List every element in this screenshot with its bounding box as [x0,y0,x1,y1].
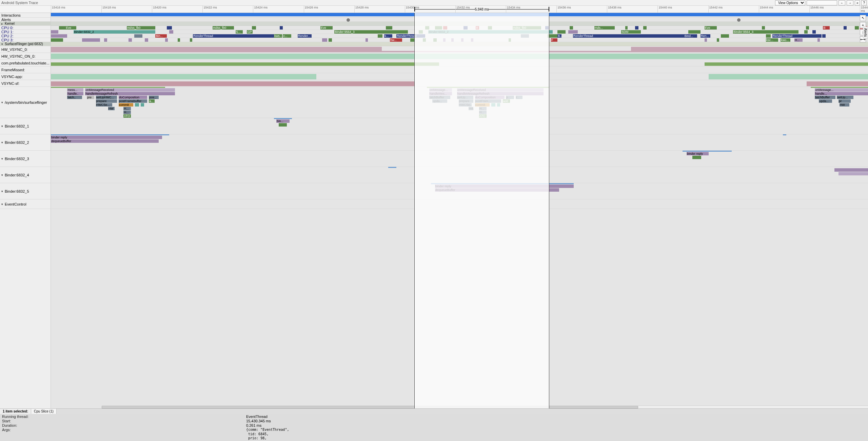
alerts-side-tab[interactable]: Alerts [863,26,868,39]
cpu-slice[interactable] [134,34,142,38]
thread-slice[interactable]: latch.. [67,96,82,99]
sidebar-thread-row[interactable]: ▾Binder:6832_2 [0,134,51,151]
horizontal-scrollbar[interactable] [102,405,868,408]
cpu-slice[interactable]: k... [384,34,392,38]
pointer-tool-button[interactable]: ↖ [860,15,866,21]
sidebar-cpu-row[interactable]: CPU 0: [0,26,51,30]
track-hw-vsync-on-0[interactable] [51,53,868,60]
thread-slice[interactable]: latchBuffer [815,96,835,99]
thread-slice[interactable]: postFram... [475,99,501,103]
thread-slice[interactable] [491,103,495,107]
thread-slice[interactable]: commit [475,103,490,107]
cpu-slice[interactable] [165,38,167,42]
sidebar-thread-row[interactable]: ▾Binder:6832_4 [0,167,51,183]
cpu-slice[interactable] [521,34,529,38]
cpu-slice[interactable] [806,26,809,30]
cpu-slice[interactable]: Eve [320,26,333,30]
sidebar-counter-row[interactable]: com.prefabulated.touchlate... [0,60,51,66]
thread-slice[interactable]: doComposition [475,96,505,99]
track-cpu-0[interactable]: Evemdss_fb0mdss_fb0EveBmdss_fb0mds...Eve… [51,26,868,30]
cpu-slice[interactable] [190,38,192,42]
cpu-slice[interactable]: Eve [65,26,76,30]
thread-slice[interactable]: setUpHWC... [96,96,117,99]
sidebar-thread-row[interactable]: ▾Binder:6832_1 [0,118,51,134]
details-tab-cpu-slice[interactable]: Cpu Slice (1) [31,409,57,414]
cpu-slice[interactable] [252,26,256,30]
cpu-slice[interactable] [812,30,816,34]
cpu-slice[interactable] [548,34,557,38]
track-binder-3[interactable]: binder reply [51,151,868,167]
cpu-slice[interactable]: Bin... [155,34,167,38]
sidebar-alerts[interactable]: Alerts [0,18,51,22]
thread-slice[interactable] [141,103,144,107]
cpu-slice[interactable]: Binder:6832_2 [428,30,552,34]
sidebar-kernel-header[interactable]: ▸Kernel [0,22,51,26]
sidebar-process-header[interactable]: ▾SurfaceFlinger (pid 6832) [0,42,51,46]
thread-slice[interactable]: handle... [815,92,868,95]
cpu-slice[interactable] [178,38,180,42]
thread-slice[interactable]: prepare [96,99,117,103]
thread-slice[interactable] [279,123,287,127]
sidebar-thread-row[interactable]: ▾Binder:6832_3 [0,151,51,167]
thread-slice[interactable]: ATO [479,114,487,118]
thread-slice[interactable]: binder reply [687,152,709,155]
cpu-slice[interactable] [51,38,63,42]
cpu-slice[interactable] [425,26,429,30]
cpu-slice[interactable] [51,34,67,38]
cpu-slice[interactable]: mdss_fb0 [127,26,155,30]
search-input[interactable] [807,0,837,5]
cpu-slice[interactable]: Binder:9564_3 [733,30,798,34]
cpu-slice[interactable]: Ren... [701,34,710,38]
thread-slice[interactable]: H... [479,107,487,110]
thread-slice[interactable]: ATO [123,114,131,118]
cpu-slice[interactable] [557,30,566,34]
cpu-slice[interactable]: Binder:6832_2 [74,30,155,34]
sidebar-thread-row[interactable]: ▾Binder:6832_5 [0,183,51,199]
cpu-slice[interactable]: H... [794,38,803,42]
cpu-slice[interactable]: RenderThread [772,34,822,38]
cpu-slice[interactable] [104,38,107,42]
thread-slice[interactable] [834,168,868,172]
cpu-slice[interactable]: Binder:9564_3 [334,30,408,34]
cpu-slice[interactable] [545,26,549,30]
cpu-slice[interactable] [82,38,100,42]
cpu-slice[interactable] [762,26,765,30]
thread-slice[interactable]: handleMessageRefresh [85,92,175,95]
track-interactions[interactable] [51,13,868,18]
cpu-slice[interactable]: mdss_fb0 [213,26,234,30]
help-button[interactable]: ? [861,0,867,5]
cpu-slice[interactable] [721,34,729,38]
cpu-slice[interactable] [386,26,392,30]
cpu-slice[interactable]: RenderThread [396,34,425,38]
cpu-slice[interactable]: GP [247,30,253,34]
cpu-slice[interactable] [705,38,707,42]
track-binder-2[interactable]: binder replydequeueBuffer [51,134,868,151]
thread-slice[interactable]: handleMes... [429,92,452,95]
cpu-slice[interactable] [443,38,446,42]
thread-slice[interactable]: handleMessageRefresh [457,92,544,95]
cpu-slice[interactable]: mdss_fb0 [513,26,541,30]
cpu-slice[interactable] [817,38,820,42]
thread-slice[interactable]: HWCSe... [459,103,472,107]
sidebar-cpu-row[interactable]: CPU 3: [0,38,51,42]
cpu-slice[interactable]: SDM [621,30,641,34]
thread-slice[interactable]: r... [516,96,522,99]
alert-dot[interactable] [347,18,350,22]
cpu-slice[interactable] [844,26,847,30]
cpu-slice[interactable] [625,26,628,30]
track-binder-5[interactable]: binder replydequeueBuffer [51,183,868,199]
cpu-slice[interactable]: B... [557,34,561,38]
sidebar-interactions[interactable]: Interactions [0,13,51,18]
sidebar-counter-row[interactable]: VSYNC-app: [0,73,51,80]
track-alerts[interactable] [51,18,868,22]
thread-slice[interactable]: latchBuffer [429,96,451,99]
track-surfaceflinger-main[interactable]: mess...onMessageReceivedhandle..handleMe… [51,87,868,118]
thread-slice[interactable]: handle.. [67,92,83,95]
cpu-slice[interactable] [271,34,274,38]
thread-slice[interactable]: add [503,99,510,103]
cpu-slice[interactable] [443,26,447,30]
cpu-slice[interactable] [688,30,701,34]
cpu-slice[interactable]: RenderThread [573,34,684,38]
cpu-slice[interactable] [322,38,327,42]
thread-slice[interactable]: prepare [459,99,473,103]
